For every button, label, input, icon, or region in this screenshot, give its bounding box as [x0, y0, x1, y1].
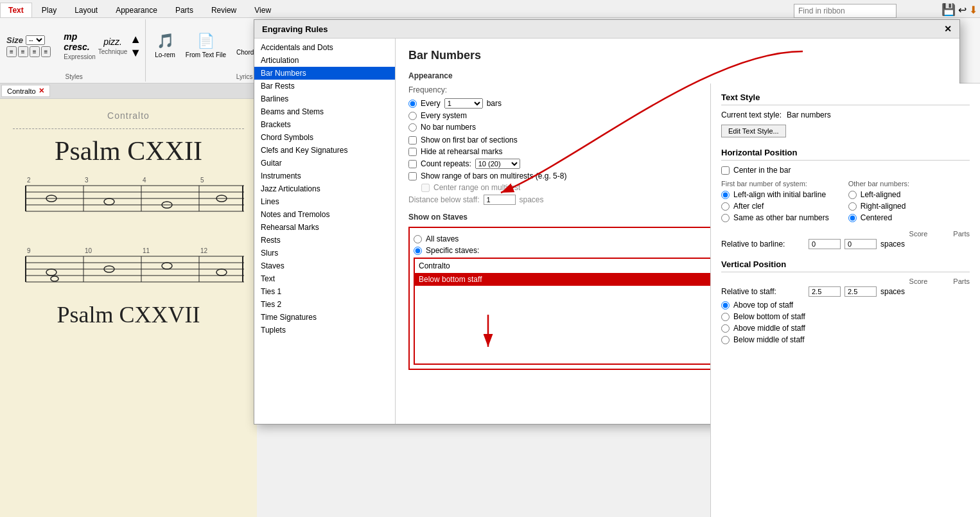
expression-sample: mp cresc. — [64, 31, 95, 52]
staff-svg-1: 2 3 4 5 — [13, 173, 244, 224]
center-in-bar-check[interactable] — [721, 166, 730, 175]
right-aligned-radio[interactable] — [848, 202, 857, 211]
after-clef-radio[interactable] — [721, 202, 730, 211]
list-item-clefs[interactable]: Clefs and Key Signatures — [254, 144, 395, 157]
every-freq-select[interactable]: 125 — [444, 98, 483, 109]
score-tab-name: Contralto — [7, 87, 36, 95]
edit-style-btn[interactable]: Edit Text Style... — [721, 125, 786, 137]
list-item-rests[interactable]: Rests — [254, 234, 395, 247]
above-middle-label: Above middle of staff — [733, 324, 805, 333]
list-item-barlines[interactable]: Barlines — [254, 92, 395, 105]
list-item-jazz[interactable]: Jazz Articulations — [254, 182, 395, 195]
list-item-ties2[interactable]: Ties 2 — [254, 298, 395, 311]
tab-layout[interactable]: Layout — [66, 3, 106, 17]
right-aligned-option: Right-aligned — [848, 202, 909, 211]
show-first-bar-check[interactable] — [408, 136, 417, 145]
list-item-beams[interactable]: Beams and Stems — [254, 105, 395, 118]
filter-icon[interactable]: ⬇ — [969, 4, 977, 16]
dashed-line — [13, 128, 244, 129]
align-left-btn[interactable]: ≡ — [6, 46, 17, 57]
from-text-file-btn[interactable]: 📄 From Text File — [182, 31, 230, 60]
show-range-check[interactable] — [408, 172, 417, 180]
left-align-initial-radio[interactable] — [721, 191, 730, 199]
list-item-accidentals[interactable]: Accidentals and Dots — [254, 41, 395, 54]
vert-score-label: Score — [909, 277, 928, 285]
list-item-bar-rests[interactable]: Bar Rests — [254, 80, 395, 92]
no-bar-numbers-freq-radio[interactable] — [408, 123, 417, 132]
styles-scroll-up[interactable]: ▲ — [130, 33, 141, 46]
hide-rehearsal-label: Hide at rehearsal marks — [421, 147, 502, 156]
find-ribbon-input[interactable] — [794, 4, 897, 18]
barline-parts-input[interactable] — [844, 239, 877, 249]
staff-score-input[interactable] — [809, 286, 841, 297]
undo-icon[interactable]: ↩ — [958, 4, 967, 16]
list-item-chord-symbols[interactable]: Chord Symbols — [254, 131, 395, 144]
list-item-time-sig[interactable]: Time Signatures — [254, 311, 395, 324]
tab-text[interactable]: Text — [0, 3, 32, 17]
count-repeats-check[interactable] — [408, 160, 417, 168]
svg-point-29 — [51, 276, 58, 281]
contralto-label: Contralto — [13, 105, 244, 126]
list-item-bar-numbers[interactable]: Bar Numbers — [254, 67, 395, 80]
horiz-pos-section: Horizontal Position Center in the bar Fi… — [721, 148, 970, 249]
below-bottom-radio[interactable] — [721, 313, 730, 321]
list-item-tuplets[interactable]: Tuplets — [254, 324, 395, 337]
tab-parts[interactable]: Parts — [167, 3, 202, 17]
above-top-radio[interactable] — [721, 301, 730, 310]
first-bar-col: First bar number of system: Left-align w… — [721, 180, 829, 225]
tab-view[interactable]: View — [246, 3, 279, 17]
styles-scroll-down[interactable]: ▼ — [130, 46, 141, 60]
tab-appearance[interactable]: Appearance — [107, 3, 166, 17]
list-item-slurs[interactable]: Slurs — [254, 247, 395, 259]
align-center-btn[interactable]: ≡ — [18, 46, 28, 57]
align-justify-btn[interactable]: ≡ — [41, 46, 51, 57]
list-item-guitar[interactable]: Guitar — [254, 157, 395, 170]
every-freq-radio[interactable] — [408, 100, 417, 108]
lo-rem-icon: 🎵 — [157, 33, 174, 49]
above-middle-radio[interactable] — [721, 324, 730, 333]
svg-point-32 — [216, 269, 227, 276]
align-right-btn[interactable]: ≡ — [30, 46, 40, 57]
list-item-instruments[interactable]: Instruments — [254, 170, 395, 182]
vert-spaces-label: spaces — [880, 287, 905, 296]
relative-barline-row: Relative to barline: spaces — [721, 239, 970, 249]
all-staves-radio[interactable] — [414, 235, 422, 243]
below-middle-radio[interactable] — [721, 336, 730, 344]
centered-radio[interactable] — [848, 214, 857, 222]
close-tab-btn[interactable]: ✕ — [39, 87, 44, 95]
every-system-freq-radio[interactable] — [408, 112, 417, 120]
tab-review[interactable]: Review — [203, 3, 245, 17]
left-aligned-radio[interactable] — [848, 191, 857, 199]
save-icon[interactable]: 💾 — [941, 3, 956, 17]
svg-point-31 — [162, 263, 172, 269]
barline-score-input[interactable] — [809, 239, 841, 249]
specific-staves-label: Specific staves: — [426, 246, 479, 255]
specific-staves-radio[interactable] — [414, 247, 422, 255]
size-select[interactable]: -- — [26, 35, 45, 45]
left-align-initial-label: Left-align with initial barline — [733, 190, 826, 199]
staff-parts-input[interactable] — [844, 286, 877, 297]
list-item-rehearsal[interactable]: Rehearsal Marks — [254, 221, 395, 234]
vert-parts-label: Parts — [953, 277, 970, 285]
dialog-close-icon[interactable]: ✕ — [944, 24, 952, 34]
list-item-staves[interactable]: Staves — [254, 259, 395, 272]
count-repeats-select[interactable]: 10 (20) — [475, 159, 520, 169]
same-as-other-radio[interactable] — [721, 214, 730, 222]
dialog-title: Engraving Rules — [262, 24, 328, 34]
hide-rehearsal-check[interactable] — [408, 148, 417, 156]
parts-col-label: Parts — [953, 230, 970, 238]
list-item-brackets[interactable]: Brackets — [254, 118, 395, 131]
tab-play[interactable]: Play — [33, 3, 65, 17]
score-tab[interactable]: Contralto ✕ — [1, 85, 50, 97]
svg-text:5: 5 — [200, 177, 204, 184]
score-parts-section: Score Parts Relative to barline: spaces — [721, 230, 970, 249]
list-item-ties1[interactable]: Ties 1 — [254, 285, 395, 298]
staff-svg-2: 9 10 11 12 — [13, 243, 244, 295]
lo-rem-btn[interactable]: 🎵 Lo-rem — [151, 31, 179, 60]
list-item-text[interactable]: Text — [254, 272, 395, 285]
list-item-notes[interactable]: Notes and Tremolos — [254, 208, 395, 221]
list-item-lines[interactable]: Lines — [254, 195, 395, 208]
vert-pos-section: Vertical Position Score Parts Relative t… — [721, 259, 970, 344]
list-item-articulation[interactable]: Articulation — [254, 54, 395, 67]
distance-input[interactable] — [484, 195, 516, 205]
